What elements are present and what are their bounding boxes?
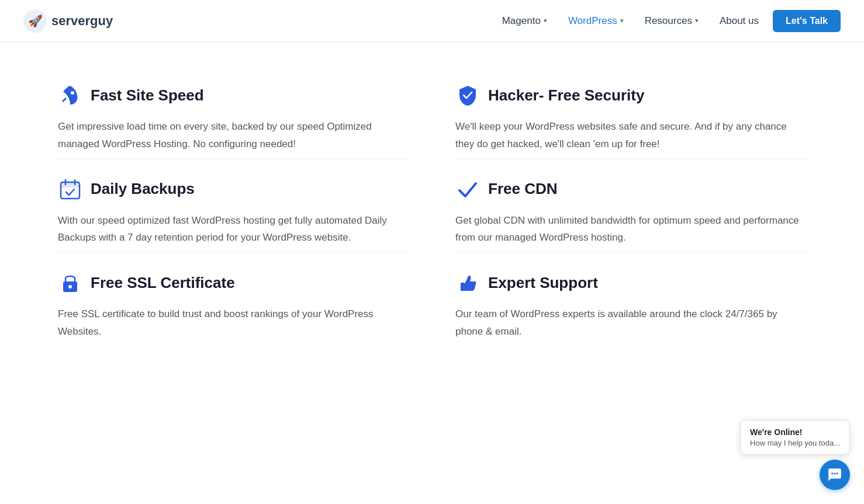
nav-links: Magento ▾ WordPress ▾ Resources ▾ About … [502, 15, 759, 27]
feature-header: Daily Backups [58, 177, 409, 201]
feature-desc-daily-backups: With our speed optimized fast WordPress … [58, 212, 409, 247]
feature-free-cdn: Free CDN Get global CDN with unlimited b… [455, 159, 806, 253]
feature-title-hacker-free-security: Hacker- Free Security [488, 86, 644, 105]
feature-header: Free SSL Certificate [58, 270, 409, 295]
logo-text: serverguy [51, 13, 113, 29]
features-grid: Fast Site Speed Get impressive load time… [58, 65, 806, 346]
feature-desc-free-ssl: Free SSL certificate to build trust and … [58, 305, 409, 340]
svg-rect-4 [61, 182, 80, 187]
svg-point-8 [68, 285, 72, 289]
feature-expert-support: Expert Support Our team of WordPress exp… [455, 252, 806, 346]
feature-title-expert-support: Expert Support [488, 274, 598, 292]
checkmark-icon [455, 177, 480, 201]
logo-link[interactable]: 🚀 serverguy [23, 9, 113, 33]
feature-title-free-ssl: Free SSL Certificate [91, 274, 235, 292]
main-content: Fast Site Speed Get impressive load time… [23, 42, 841, 381]
logo-icon: 🚀 [23, 9, 47, 33]
feature-header: Free CDN [455, 177, 806, 201]
feature-free-ssl: Free SSL Certificate Free SSL certificat… [58, 252, 409, 346]
nav-item-magento[interactable]: Magento ▾ [502, 15, 547, 27]
feature-title-daily-backups: Daily Backups [91, 180, 195, 198]
lets-talk-button[interactable]: Let's Talk [773, 10, 841, 32]
svg-text:🚀: 🚀 [28, 14, 43, 28]
thumbs-up-icon [455, 270, 480, 295]
nav-item-wordpress[interactable]: WordPress ▾ [568, 15, 624, 27]
svg-point-2 [71, 91, 74, 95]
feature-desc-expert-support: Our team of WordPress experts is availab… [455, 305, 806, 340]
chevron-down-icon: ▾ [620, 17, 624, 25]
shield-icon [455, 83, 480, 107]
nav-item-about-us[interactable]: About us [720, 15, 759, 27]
feature-hacker-free-security: Hacker- Free Security We'll keep your Wo… [455, 65, 806, 159]
feature-desc-fast-site-speed: Get impressive load time on every site, … [58, 118, 409, 153]
feature-fast-site-speed: Fast Site Speed Get impressive load time… [58, 65, 409, 159]
chevron-down-icon: ▾ [544, 17, 547, 25]
feature-daily-backups: Daily Backups With our speed optimized f… [58, 159, 409, 253]
feature-desc-hacker-free-security: We'll keep your WordPress websites safe … [455, 118, 806, 153]
features-left-column: Fast Site Speed Get impressive load time… [58, 65, 409, 346]
lock-icon [58, 270, 82, 295]
nav-item-resources[interactable]: Resources ▾ [645, 15, 699, 27]
features-right-column: Hacker- Free Security We'll keep your Wo… [455, 65, 806, 346]
calendar-check-icon [58, 177, 82, 201]
feature-header: Expert Support [455, 270, 806, 295]
rocket-icon [58, 83, 82, 107]
feature-title-free-cdn: Free CDN [488, 180, 557, 198]
feature-header: Fast Site Speed [58, 83, 409, 107]
chevron-down-icon: ▾ [695, 17, 699, 25]
feature-desc-free-cdn: Get global CDN with unlimited bandwidth … [455, 212, 806, 247]
feature-header: Hacker- Free Security [455, 83, 806, 107]
navbar: 🚀 serverguy Magento ▾ WordPress ▾ Resour… [0, 0, 864, 42]
feature-title-fast-site-speed: Fast Site Speed [91, 86, 204, 105]
